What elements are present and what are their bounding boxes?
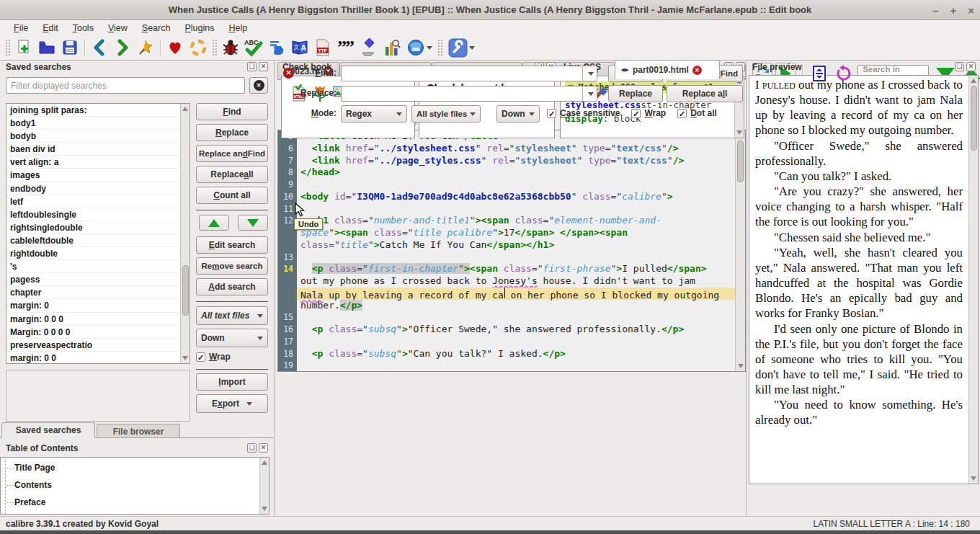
checkbox-checked-icon[interactable]: ✓ bbox=[196, 352, 205, 362]
code-line[interactable]: 12 <h1 class="number-and-title1"><span c… bbox=[278, 215, 735, 227]
float-panel-icon[interactable]: ❏ bbox=[955, 62, 964, 71]
tab-file-browser[interactable]: File browser bbox=[97, 424, 180, 438]
checkbox-checked-icon[interactable]: ✓ bbox=[547, 109, 556, 118]
menu-plugins[interactable]: Plugins bbox=[178, 22, 220, 35]
import-button[interactable]: Import bbox=[196, 373, 268, 391]
reload-preview-button[interactable] bbox=[833, 63, 855, 84]
back-button[interactable] bbox=[88, 37, 111, 58]
toolbar-drag-handle[interactable] bbox=[437, 39, 442, 56]
scroll-down-icon[interactable] bbox=[736, 130, 742, 135]
saved-search-item[interactable]: pagess bbox=[6, 273, 180, 286]
toc-list[interactable]: Title PageContentsPreface bbox=[0, 457, 270, 515]
close-panel-icon[interactable]: ✕ bbox=[259, 443, 268, 453]
browser-preview-button[interactable] bbox=[404, 37, 435, 58]
search-scope-dropdown[interactable]: All text files bbox=[196, 306, 268, 325]
scroll-down-icon[interactable] bbox=[262, 507, 267, 511]
code-line[interactable]: 6 <link href="../stylesheet.css" rel="st… bbox=[278, 143, 735, 155]
option-case-sensitive[interactable]: ✓Case sensitive bbox=[547, 108, 620, 118]
saved-search-item[interactable]: preserveaspectratio bbox=[6, 339, 180, 352]
preferences-button[interactable] bbox=[445, 37, 478, 58]
float-panel-icon[interactable]: ❏ bbox=[247, 62, 257, 71]
code-line[interactable]: 16 <p class="subsq">"Officer Swede," she… bbox=[278, 324, 735, 336]
close-tab-icon[interactable]: ✕ bbox=[692, 66, 702, 75]
saved-search-item[interactable]: letf bbox=[6, 195, 180, 208]
maximize-button[interactable]: + bbox=[950, 4, 956, 17]
option-wrap[interactable]: ✓Wrap bbox=[631, 108, 666, 118]
move-search-up-button[interactable] bbox=[199, 215, 229, 231]
saved-search-item[interactable]: margin: 0 bbox=[6, 299, 180, 312]
replace-all-button[interactable]: Replace all bbox=[667, 85, 743, 102]
translate-button[interactable]: A文 bbox=[288, 37, 311, 58]
saved-search-item[interactable]: joining split paras: bbox=[6, 104, 180, 117]
tab-saved-searches[interactable]: Saved searches bbox=[1, 422, 95, 438]
toc-scrollbar[interactable] bbox=[259, 458, 269, 514]
code-line[interactable]: out my phone as I crossed back to Jonesy… bbox=[278, 275, 735, 288]
code-line[interactable]: number.</p> bbox=[278, 300, 735, 312]
saved-search-item[interactable]: Margin: 0 0 0 0 bbox=[6, 326, 180, 339]
clear-filter-button[interactable]: ✕ bbox=[249, 77, 268, 94]
close-button[interactable]: × bbox=[968, 4, 974, 17]
option-dot-all[interactable]: ✓Dot all bbox=[677, 108, 717, 118]
preview-scrollbar[interactable] bbox=[968, 76, 978, 484]
forward-button[interactable] bbox=[111, 37, 134, 58]
replace-input[interactable] bbox=[341, 86, 597, 102]
replace-all-button[interactable]: Replace all bbox=[196, 166, 268, 183]
direction-dropdown[interactable]: Down bbox=[496, 105, 540, 123]
saved-search-item[interactable]: body1 bbox=[6, 117, 180, 130]
code-line[interactable]: class="title">Catch Me If You Can</span>… bbox=[278, 239, 735, 252]
saved-search-item[interactable]: rightsingledouble bbox=[6, 221, 180, 234]
float-panel-icon[interactable]: ❏ bbox=[247, 443, 257, 453]
code-line[interactable]: 10<body id="I3QM0-1ad9e700ad9c4d0abc8e62… bbox=[278, 191, 735, 203]
count-all-button[interactable]: Count all bbox=[196, 187, 268, 204]
scroll-down-icon[interactable] bbox=[738, 364, 744, 368]
toc-item[interactable]: Preface bbox=[6, 494, 259, 511]
close-panel-icon[interactable]: ✕ bbox=[966, 62, 976, 71]
code-line[interactable]: Nala up by leaving a record of my ca on … bbox=[278, 288, 735, 300]
manage-fonts-button[interactable]: TTF bbox=[311, 37, 334, 58]
code-line[interactable]: 11 bbox=[278, 203, 735, 215]
mode-dropdown[interactable]: Regex bbox=[341, 105, 407, 123]
filter-searches-input[interactable]: Filter displayed searches bbox=[6, 77, 245, 94]
code-line[interactable]: 17 bbox=[278, 336, 735, 348]
scroll-down-icon[interactable] bbox=[971, 476, 976, 481]
code-editor[interactable]: 5 <title>Catch Me If You Can</title>6 <l… bbox=[277, 130, 746, 372]
search-direction-dropdown[interactable]: Down bbox=[196, 329, 268, 347]
add-search-button[interactable]: Add search bbox=[196, 278, 268, 295]
export-dropdown-button[interactable]: Export bbox=[196, 394, 268, 413]
check-links-button[interactable] bbox=[265, 37, 288, 58]
saved-search-item[interactable]: vert align: a bbox=[6, 156, 180, 169]
code-line[interactable]: 14 <p class="first-in-chapter"><span cla… bbox=[278, 263, 735, 275]
minimize-button[interactable]: – bbox=[932, 4, 938, 17]
scroll-up-icon[interactable] bbox=[182, 107, 188, 111]
combo-dropdown-icon[interactable] bbox=[582, 86, 597, 101]
saved-search-item[interactable]: margin: 0 0 bbox=[6, 352, 180, 364]
code-line[interactable]: 7 <link href="../page_styles.css" rel="s… bbox=[278, 155, 735, 167]
close-panel-icon[interactable]: ✕ bbox=[259, 62, 268, 71]
find-button[interactable]: Find bbox=[196, 103, 268, 120]
toolbar-drag-handle[interactable] bbox=[5, 39, 10, 56]
close-find-bar-button[interactable]: ✕ bbox=[283, 68, 294, 79]
move-search-down-button[interactable] bbox=[238, 215, 268, 231]
saved-search-item[interactable]: bodyb bbox=[6, 130, 180, 143]
saved-search-item[interactable]: rightdouble bbox=[6, 247, 180, 260]
code-line[interactable]: 15 bbox=[278, 311, 735, 324]
code-line[interactable]: 8</head> bbox=[278, 166, 735, 179]
menu-tools[interactable]: Tools bbox=[66, 22, 100, 35]
checkbox-checked-icon[interactable]: ✓ bbox=[677, 109, 687, 118]
replace-one-button[interactable]: Replace bbox=[608, 85, 663, 102]
new-file-button[interactable] bbox=[12, 37, 35, 58]
check-book-button[interactable] bbox=[219, 37, 242, 58]
saved-search-item[interactable]: cableleftdouble bbox=[6, 234, 180, 247]
menu-help[interactable]: Help bbox=[222, 22, 254, 35]
reports-button[interactable] bbox=[380, 37, 404, 58]
menu-edit[interactable]: Edit bbox=[36, 22, 65, 35]
code-line[interactable]: 18 <p class="subsq">"Can you talk?" I as… bbox=[278, 348, 735, 360]
remove-unused-css-button[interactable] bbox=[357, 37, 380, 58]
saved-search-item[interactable]: chapter bbox=[6, 286, 180, 299]
files-dropdown[interactable]: All style files bbox=[411, 105, 481, 123]
toc-item[interactable]: Title Page bbox=[6, 459, 259, 476]
editor-scrollbar[interactable] bbox=[735, 130, 745, 371]
saved-search-item[interactable]: images bbox=[6, 169, 180, 182]
checkbox-checked-icon[interactable]: ✓ bbox=[631, 109, 641, 118]
saved-search-item[interactable]: margin: 0 0 0 bbox=[6, 313, 180, 326]
